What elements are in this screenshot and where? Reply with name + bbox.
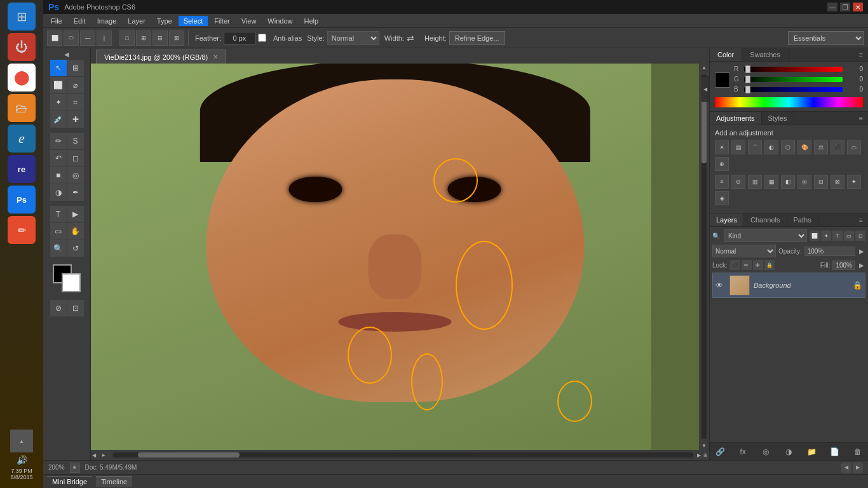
selective-color-adj-icon[interactable]: ◎ bbox=[797, 175, 811, 189]
windows-start-button[interactable]: ⊞ bbox=[8, 3, 36, 30]
paint-icon[interactable]: ✏ bbox=[8, 216, 36, 244]
status-next-btn[interactable]: ▶ bbox=[853, 463, 863, 473]
bw-adj-icon[interactable]: ⬛ bbox=[831, 140, 844, 154]
hand-tool[interactable]: ✋ bbox=[67, 223, 84, 240]
power-button[interactable]: ⏻ bbox=[8, 33, 36, 61]
right-panel-toggle[interactable]: ◀ bbox=[702, 76, 709, 102]
adj-extra-1[interactable]: ⊟ bbox=[814, 175, 828, 189]
mini-bridge-tab[interactable]: Mini Bridge bbox=[47, 476, 92, 487]
artboard-tool[interactable]: ⊞ bbox=[67, 60, 84, 76]
menu-file[interactable]: File bbox=[46, 16, 67, 26]
close-tab-btn[interactable]: ✕ bbox=[213, 53, 218, 60]
single-row-btn[interactable]: — bbox=[80, 30, 95, 46]
status-prev-btn[interactable]: ◀ bbox=[841, 463, 851, 473]
subtract-selection-btn[interactable]: ⊟ bbox=[153, 30, 168, 46]
adj-extra-4[interactable]: ◈ bbox=[715, 191, 729, 205]
new-layer-btn[interactable]: 📄 bbox=[829, 445, 841, 458]
color-lookup-adj-icon[interactable]: ≡ bbox=[715, 175, 729, 189]
levels-adj-icon[interactable]: ▤ bbox=[731, 140, 745, 154]
swatches-tab[interactable]: Swatches bbox=[742, 48, 789, 61]
style-select[interactable]: Normal Fixed Ratio Fixed Size bbox=[327, 31, 379, 45]
canvas-hscroll[interactable]: ◀ ▸ ▶ ⊞ bbox=[91, 450, 709, 460]
hue-sat-adj-icon[interactable]: 🎨 bbox=[797, 140, 811, 154]
rectangular-marquee-btn[interactable]: ⬜ bbox=[47, 30, 62, 46]
eraser-tool[interactable]: ◻ bbox=[67, 150, 84, 166]
pen-tool[interactable]: ✒ bbox=[67, 184, 84, 201]
blur-tool[interactable]: ◎ bbox=[67, 167, 84, 184]
kind-smart-icon[interactable]: ⊡ bbox=[855, 231, 865, 241]
lock-pixels-btn[interactable]: ✏ bbox=[742, 260, 752, 270]
curves-adj-icon[interactable]: ⌒ bbox=[748, 140, 762, 154]
type-tool[interactable]: T bbox=[50, 206, 67, 222]
menu-image[interactable]: Image bbox=[92, 16, 122, 26]
delete-layer-btn[interactable]: 🗑 bbox=[851, 445, 864, 458]
menu-filter[interactable]: Filter bbox=[209, 16, 234, 26]
adj-extra-2[interactable]: ⊠ bbox=[831, 175, 844, 189]
path-select-tool[interactable]: ▶ bbox=[67, 206, 84, 222]
blue-channel-slider[interactable] bbox=[744, 87, 843, 92]
canvas-vscroll[interactable]: ▲ ▼ bbox=[699, 64, 709, 450]
kind-shape-icon[interactable]: ▭ bbox=[844, 231, 854, 241]
brightness-adj-icon[interactable]: ☀ bbox=[715, 140, 729, 154]
layers-panel-menu[interactable]: ≡ bbox=[854, 214, 868, 226]
minimize-button[interactable]: — bbox=[827, 3, 837, 11]
maximize-button[interactable]: ❐ bbox=[840, 3, 850, 11]
dodge-tool[interactable]: ◑ bbox=[50, 184, 67, 201]
spot-healing-tool[interactable]: ✚ bbox=[67, 111, 84, 128]
kind-filter-select[interactable]: Kind bbox=[724, 229, 807, 242]
quick-select-tool[interactable]: ✦ bbox=[50, 94, 67, 111]
refine-edge-button[interactable]: Refine Edge... bbox=[449, 31, 505, 45]
re-icon[interactable]: re bbox=[8, 155, 36, 183]
blend-mode-select[interactable]: Normal bbox=[712, 245, 776, 257]
vscroll-down-btn[interactable]: ▼ bbox=[700, 442, 708, 450]
hscroll-right-btn[interactable]: ▶ bbox=[696, 451, 702, 459]
opacity-more-btn[interactable]: ▶ bbox=[858, 248, 865, 255]
workspace-select[interactable]: Essentials bbox=[788, 31, 864, 45]
green-channel-thumb[interactable] bbox=[745, 76, 750, 83]
clone-stamp-tool[interactable]: S bbox=[67, 133, 84, 149]
menu-select[interactable]: Select bbox=[179, 16, 208, 26]
rectangular-marquee-tool[interactable]: ⬜ bbox=[50, 77, 67, 93]
styles-tab[interactable]: Styles bbox=[762, 112, 794, 125]
close-button[interactable]: ✕ bbox=[853, 3, 863, 11]
background-color[interactable] bbox=[62, 273, 81, 292]
adj-extra-3[interactable]: ✦ bbox=[847, 175, 861, 189]
color-tab[interactable]: Color bbox=[710, 48, 742, 61]
single-col-btn[interactable]: | bbox=[97, 30, 112, 46]
anti-alias-checkbox[interactable] bbox=[258, 34, 266, 42]
posterize-adj-icon[interactable]: ▥ bbox=[748, 175, 762, 189]
green-channel-slider[interactable] bbox=[744, 77, 843, 82]
history-brush-tool[interactable]: ↶ bbox=[50, 150, 67, 166]
panel-collapse-toggle[interactable]: ◀ bbox=[64, 51, 69, 58]
color-preview-fg[interactable] bbox=[715, 72, 730, 88]
channels-tab-btn[interactable]: Channels bbox=[744, 214, 787, 226]
elliptical-marquee-btn[interactable]: ⬭ bbox=[64, 30, 79, 46]
canvas-container[interactable] bbox=[91, 64, 699, 450]
menu-window[interactable]: Window bbox=[262, 16, 297, 26]
vscroll-up-btn[interactable]: ▲ bbox=[700, 64, 708, 72]
folder-icon[interactable]: 🗁 bbox=[8, 94, 36, 122]
canvas-zoom-mode[interactable]: ⊞ bbox=[702, 451, 709, 459]
intersect-selection-btn[interactable]: ⊠ bbox=[169, 30, 184, 46]
new-fill-adj-layer-btn[interactable]: ◑ bbox=[782, 445, 795, 458]
menu-layer[interactable]: Layer bbox=[123, 16, 151, 26]
move-tool[interactable]: ↖ bbox=[50, 60, 67, 76]
fill-value[interactable]: 100% bbox=[832, 261, 855, 270]
timeline-tab[interactable]: Timeline bbox=[96, 476, 132, 487]
color-panel-menu[interactable]: ≡ bbox=[854, 48, 868, 61]
zoom-tool[interactable]: 🔍 bbox=[50, 240, 67, 257]
adj-panel-menu[interactable]: ≡ bbox=[854, 112, 868, 125]
brush-tool[interactable]: ✏ bbox=[50, 133, 67, 149]
canvas-tab-main[interactable]: VieDie2134.jpg @ 200% (RGB/8) ✕ bbox=[96, 50, 226, 64]
lock-position-btn[interactable]: ✛ bbox=[753, 260, 763, 270]
blue-channel-thumb[interactable] bbox=[745, 86, 750, 93]
swap-dimensions-btn[interactable]: ⇄ bbox=[407, 33, 419, 43]
menu-edit[interactable]: Edit bbox=[69, 16, 91, 26]
eyedropper-tool[interactable]: 💉 bbox=[50, 111, 67, 128]
hscroll-left-btn[interactable]: ◀ bbox=[91, 451, 97, 459]
feather-input[interactable] bbox=[224, 32, 255, 44]
rectangle-tool[interactable]: ▭ bbox=[50, 223, 67, 240]
red-channel-slider[interactable] bbox=[744, 67, 843, 72]
crop-tool[interactable]: ⌗ bbox=[67, 94, 84, 111]
chrome-icon[interactable]: ⬤ bbox=[8, 64, 36, 92]
